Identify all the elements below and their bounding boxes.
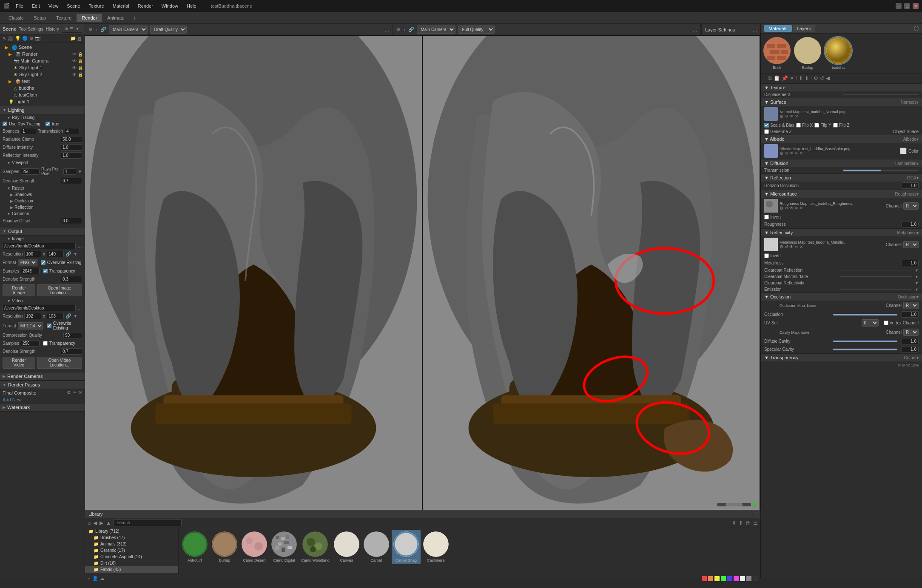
scene-tool-5[interactable]: ⚙: [29, 36, 34, 41]
lib-mat-astroturf[interactable]: Astroturf: [180, 530, 209, 564]
mat-panel-expand[interactable]: ⛶: [914, 26, 919, 31]
lib-mat-carpet-shag[interactable]: Carpet Shag: [392, 530, 421, 564]
vp-right-link-icon[interactable]: 🔗: [408, 27, 414, 32]
scene-tool-2[interactable]: 🎥: [8, 36, 14, 41]
clearcoat-reflection-dropdown[interactable]: ▼: [915, 268, 919, 273]
tree-light-1[interactable]: 💡 Light 1: [0, 98, 85, 105]
flip-z-label[interactable]: Flip Z: [833, 123, 850, 128]
scene-icon-1[interactable]: ⊕: [65, 26, 68, 31]
vp-right-settings-icon[interactable]: ⚙: [396, 27, 401, 32]
menu-window[interactable]: Window: [159, 3, 181, 9]
allow-caustic-paths-label[interactable]: true: [46, 122, 59, 126]
menu-scene[interactable]: Scene: [64, 3, 83, 9]
roughness-map-reset[interactable]: ↺: [785, 206, 788, 210]
tab-setup[interactable]: Setup: [28, 14, 51, 22]
color-swatch-black[interactable]: [753, 576, 758, 581]
metalness-channel-select[interactable]: R: [903, 241, 919, 248]
scene-tool-delete[interactable]: 🗑: [77, 36, 82, 41]
mat-tool-refresh[interactable]: ↺: [820, 75, 824, 81]
albedo-section-header[interactable]: ▼ Albedo Albedo▾: [761, 135, 922, 143]
video-header[interactable]: ▼ Video: [0, 298, 85, 304]
close-btn[interactable]: ✕: [913, 3, 919, 9]
metalness-map-settings[interactable]: ⚙: [780, 244, 783, 249]
menu-file[interactable]: File: [13, 3, 26, 9]
viewport-header[interactable]: ▼ Viewport: [0, 159, 85, 166]
metalness-map-delete[interactable]: ✕: [800, 244, 803, 249]
generate-z-cb[interactable]: [764, 129, 769, 134]
lib-item-human[interactable]: 📁 Human (21): [85, 573, 178, 574]
vid-overwrite-checkbox[interactable]: [47, 324, 51, 328]
lib-mat-burlap[interactable]: Burlap: [210, 530, 239, 564]
lib-item-ceramic[interactable]: 📁 Ceramic (17): [85, 547, 178, 554]
scene-tool-6[interactable]: 📷: [35, 36, 41, 41]
mat-tool-add[interactable]: +: [763, 75, 766, 81]
mat-thumb-brick[interactable]: Brick: [763, 37, 791, 70]
vp-right-quality-select[interactable]: Full Quality Draft Quality: [458, 26, 495, 34]
lib-upload-icon[interactable]: ⬆: [739, 520, 743, 526]
minimize-btn[interactable]: ─: [896, 3, 902, 9]
scale-bias-label[interactable]: Scale & Bias: [764, 123, 794, 128]
metalness-invert-label[interactable]: Invert: [764, 253, 781, 258]
lib-delete-icon[interactable]: 🗑: [746, 520, 751, 526]
open-image-location-btn[interactable]: Open Image Location...: [37, 284, 82, 296]
vp-right-add-icon[interactable]: +: [403, 27, 406, 32]
tree-buddha[interactable]: △ buddha: [0, 85, 85, 91]
lib-item-fabric[interactable]: 📁 Fabric (43): [85, 566, 178, 573]
tab-animate[interactable]: Animate: [102, 14, 129, 22]
shadows-header[interactable]: ▶ Shadows: [0, 191, 85, 198]
occlusion-section-header[interactable]: ▼ Occlusion Occlusion▾: [761, 293, 922, 301]
transmission-input[interactable]: [65, 128, 80, 134]
tree-render[interactable]: ▶ 🎬 Render 👁 🔒: [0, 51, 85, 57]
menu-help[interactable]: Help: [184, 3, 199, 9]
video-path-input[interactable]: [3, 305, 76, 311]
lib-mat-cashmere[interactable]: Cashmere: [421, 530, 450, 564]
clearcoat-microsurface-dropdown[interactable]: ▼: [915, 275, 919, 279]
lib-view-icon[interactable]: ☰: [753, 520, 758, 526]
tab-classic[interactable]: Classic: [3, 14, 28, 22]
img-res-dropdown[interactable]: ▼: [73, 252, 77, 256]
tab-add[interactable]: +: [130, 13, 140, 23]
vp-left-add-icon[interactable]: +: [95, 27, 98, 32]
render-image-btn[interactable]: Render Image: [3, 284, 35, 296]
allow-caustic-paths-checkbox[interactable]: [46, 122, 50, 126]
img-res-w[interactable]: [24, 251, 41, 257]
tree-test[interactable]: ▶ 📦 test: [0, 78, 85, 85]
render-passes-header[interactable]: ▼ Render Passes: [0, 381, 85, 389]
transparency-checkbox[interactable]: [43, 269, 48, 273]
albedo-map-pencil[interactable]: ✏: [795, 151, 798, 156]
flip-y-label[interactable]: Flip Y: [814, 123, 831, 128]
image-path-btn[interactable]: …: [77, 244, 82, 249]
transparency-label[interactable]: Transparency: [43, 269, 75, 273]
vid-denoise-input[interactable]: [61, 348, 82, 355]
img-res-lock[interactable]: 🔗: [65, 251, 71, 257]
img-samples-input[interactable]: [21, 268, 40, 274]
surface-section-header[interactable]: ▼ Surface Normals▾: [761, 98, 922, 106]
reflectivity-section-header[interactable]: ▼ Reflectivity Metalness▾: [761, 229, 922, 236]
menu-render[interactable]: Render: [135, 3, 156, 9]
flip-z-cb[interactable]: [833, 123, 838, 128]
color-swatch-orange[interactable]: [708, 576, 713, 581]
vid-transparency-checkbox[interactable]: [43, 341, 48, 346]
lib-bottom-icon-1[interactable]: ⌂: [88, 576, 91, 581]
occlusion-channel-select[interactable]: R: [903, 302, 919, 309]
vp-left-quality-select[interactable]: Draft Quality Full Quality: [150, 26, 187, 34]
color-swatch-blue[interactable]: [727, 576, 732, 581]
tool-settings-tab[interactable]: Tool Settings: [19, 27, 43, 31]
open-video-location-btn[interactable]: Open Video Location...: [37, 357, 82, 369]
tree-main-camera[interactable]: 📷 Main Camera 👁 🔒: [0, 57, 85, 64]
occlusion-header[interactable]: ▶ Occlusion: [0, 198, 85, 204]
roughness-map-delete[interactable]: ✕: [800, 206, 803, 210]
flip-x-label[interactable]: Flip X: [796, 123, 813, 128]
history-tab[interactable]: History: [46, 27, 59, 31]
image-header[interactable]: ▼ Image: [0, 236, 85, 242]
albedo-map-reset[interactable]: ↺: [785, 151, 788, 156]
vid-res-h[interactable]: [47, 313, 64, 319]
vid-overwrite-label[interactable]: Overwrite Existing: [47, 321, 82, 330]
diffuse-intensity-input[interactable]: [61, 144, 82, 151]
lib-home-icon[interactable]: ⌂: [88, 520, 91, 526]
radiance-clamp-input[interactable]: [61, 136, 82, 142]
mat-tool-paste[interactable]: 📌: [782, 75, 788, 81]
lib-mat-camo-woodland[interactable]: Camo Woodland: [299, 530, 331, 564]
mat-tool-import[interactable]: ⬇: [799, 75, 803, 81]
albedo-color-swatch[interactable]: [900, 148, 907, 154]
